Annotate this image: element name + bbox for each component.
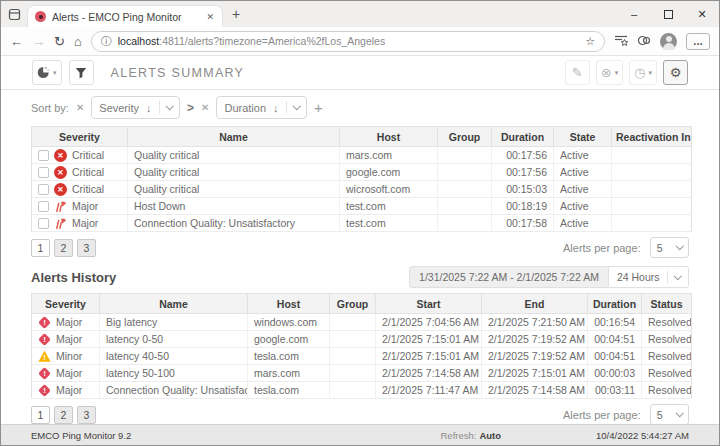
name-cell: latency 0-50 — [100, 331, 248, 348]
column-header[interactable]: Group — [438, 127, 492, 147]
alert-row[interactable]: ✕CriticalQuality criticalwicrosoft.com00… — [32, 181, 692, 198]
chart-view-button[interactable]: ▾ — [32, 60, 62, 85]
range-preset-dropdown[interactable]: 24 Hours — [609, 266, 689, 288]
column-header[interactable]: Status — [642, 294, 692, 314]
divider — [667, 271, 668, 284]
remove-sort-icon[interactable]: ✕ — [76, 102, 84, 113]
severity-label: Major — [56, 367, 82, 379]
page-button[interactable]: 3 — [77, 406, 96, 424]
name-cell: latency 50-100 — [100, 365, 248, 382]
column-header[interactable]: Duration — [492, 127, 554, 147]
page-button[interactable]: 2 — [54, 239, 73, 257]
column-header[interactable]: Severity — [32, 127, 128, 147]
new-tab-button[interactable]: + — [223, 6, 249, 22]
browser-tab[interactable]: Alerts - EMCO Ping Monitor ✕ — [27, 5, 223, 27]
collections-icon[interactable] — [614, 34, 628, 49]
page-button[interactable]: 1 — [31, 239, 50, 257]
browser-essentials-icon[interactable] — [637, 34, 651, 49]
duration-cell: 00:16:54 — [588, 314, 642, 331]
tab-close-icon[interactable]: ✕ — [205, 12, 215, 22]
remove-sort-icon[interactable]: ✕ — [201, 102, 209, 113]
back-icon[interactable]: ← — [10, 35, 23, 48]
row-checkbox[interactable] — [38, 167, 49, 178]
state-cell: Active — [554, 147, 612, 164]
per-page-dropdown[interactable]: 5 — [650, 237, 689, 258]
profile-avatar[interactable] — [660, 33, 677, 50]
history-row[interactable]: !Minorlatency 40-50tesla.com2/1/2025 7:1… — [32, 348, 692, 365]
column-header[interactable]: Name — [100, 294, 248, 314]
browser-window: Alerts - EMCO Ping Monitor ✕ + – ✕ ← → ↻… — [0, 0, 720, 446]
page-title: ALERTS SUMMARY — [111, 66, 245, 80]
major-alert-icon — [54, 217, 67, 230]
host-cell: windows.com — [248, 314, 330, 331]
per-page-dropdown[interactable]: 5 — [650, 404, 689, 424]
address-bar[interactable]: ⓘ localhost:4811/alerts?timezone=America… — [91, 31, 605, 52]
status-bar: EMCO Ping Monitor 9.2 Refresh:Auto 10/4/… — [1, 424, 719, 445]
column-header[interactable]: Severity — [32, 294, 100, 314]
row-checkbox[interactable] — [38, 201, 49, 212]
column-header[interactable]: Name — [128, 127, 340, 147]
start-cell: 2/1/2025 7:04:56 AM — [376, 314, 482, 331]
edit-alert-button: ✎ — [565, 60, 590, 85]
host-cell: test.com — [340, 215, 438, 232]
minimize-button[interactable]: – — [617, 1, 651, 27]
pencil-icon: ✎ — [572, 66, 583, 79]
column-header[interactable]: Host — [248, 294, 330, 314]
alert-row[interactable]: ✕CriticalQuality criticalgoogle.com00:17… — [32, 164, 692, 181]
column-header[interactable]: Group — [330, 294, 376, 314]
alerts-page: Sort by: ✕ Severity ↓ > ✕ Duration ↓ + S… — [1, 90, 719, 424]
home-icon[interactable]: ⌂ — [74, 35, 82, 48]
alert-row[interactable]: ✕CriticalQuality criticalmars.com00:17:5… — [32, 147, 692, 164]
add-sort-icon[interactable]: + — [314, 99, 323, 116]
column-header[interactable]: Start — [376, 294, 482, 314]
refresh-icon[interactable]: ↻ — [54, 35, 65, 48]
browser-titlebar: Alerts - EMCO Ping Monitor ✕ + – ✕ — [1, 1, 719, 27]
maximize-button[interactable] — [651, 1, 685, 27]
history-row[interactable]: !Majorlatency 0-50google.com2/1/2025 7:1… — [32, 331, 692, 348]
severity-label: Major — [56, 384, 82, 396]
alert-row[interactable]: MajorHost Downtest.com00:18:19Active — [32, 198, 692, 215]
column-header[interactable]: Duration — [588, 294, 642, 314]
state-cell: Active — [554, 215, 612, 232]
filter-button[interactable] — [69, 60, 94, 85]
column-header[interactable]: End — [482, 294, 588, 314]
duration-cell: 00:03:11 — [588, 382, 642, 399]
sort-field-dropdown[interactable]: Severity ↓ — [91, 96, 180, 119]
sort-field-dropdown[interactable]: Duration ↓ — [216, 96, 307, 119]
site-info-icon[interactable]: ⓘ — [101, 34, 112, 49]
app-toolbar: ▾ ALERTS SUMMARY ✎ ⊗▾ ◷▾ ⚙ — [1, 56, 719, 90]
date-range-value[interactable]: 1/31/2025 7:22 AM - 2/1/2025 7:22 AM — [409, 266, 609, 288]
close-button[interactable]: ✕ — [685, 1, 719, 27]
history-row[interactable]: !MajorBig latencywindows.com2/1/2025 7:0… — [32, 314, 692, 331]
history-row[interactable]: !MajorConnection Quality: Unsatisfactory… — [32, 382, 692, 399]
column-header[interactable]: State — [554, 127, 612, 147]
maximize-icon — [664, 10, 673, 19]
row-checkbox[interactable] — [38, 184, 49, 195]
refresh-status: Refresh:Auto — [440, 430, 501, 441]
pagination: 123 — [31, 406, 96, 424]
browser-menu-icon[interactable]: … — [686, 33, 710, 50]
host-cell: google.com — [248, 331, 330, 348]
severity-cell: !Major — [32, 382, 100, 399]
name-cell: Quality critical — [128, 181, 340, 198]
host-cell: google.com — [340, 164, 438, 181]
duration-cell: 00:18:19 — [492, 198, 554, 215]
row-checkbox[interactable] — [38, 150, 49, 161]
alert-row[interactable]: MajorConnection Quality: Unsatisfactoryt… — [32, 215, 692, 232]
column-header[interactable]: Host — [340, 127, 438, 147]
end-cell: 2/1/2025 7:21:50 AM — [482, 314, 588, 331]
page-button[interactable]: 2 — [54, 406, 73, 424]
row-checkbox[interactable] — [38, 218, 49, 229]
url-path: :4811/alerts?timezone=America%2fLos_Ange… — [159, 35, 385, 47]
clock-icon: ◷ — [634, 66, 645, 79]
settings-button[interactable]: ⚙ — [663, 60, 688, 85]
history-row[interactable]: !Majorlatency 50-100mars.com2/1/2025 7:1… — [32, 365, 692, 382]
page-button[interactable]: 1 — [31, 406, 50, 424]
divider — [286, 101, 287, 114]
page-button[interactable]: 3 — [77, 239, 96, 257]
end-cell: 2/1/2025 7:15:01 AM — [482, 365, 588, 382]
tab-actions-icon[interactable] — [1, 1, 27, 27]
column-header[interactable]: Reactivation In — [612, 127, 692, 147]
add-favorite-icon[interactable]: ☆ — [585, 35, 595, 48]
svg-text:!: ! — [43, 353, 46, 362]
